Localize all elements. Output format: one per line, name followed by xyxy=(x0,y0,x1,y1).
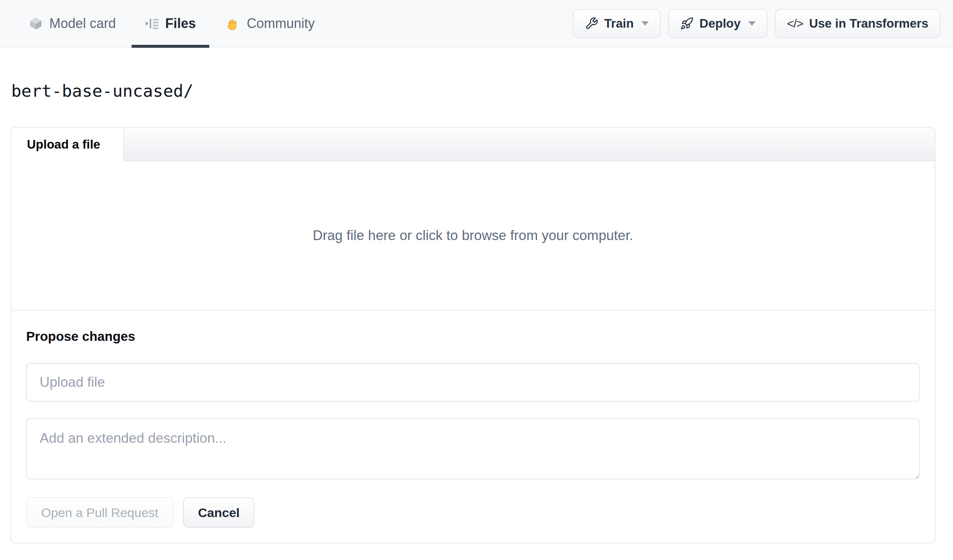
commit-title-input[interactable] xyxy=(26,363,920,402)
repo-header: Model card Files xyxy=(0,0,953,48)
code-icon: </> xyxy=(787,17,803,31)
tab-label: Model card xyxy=(49,15,116,31)
cancel-button[interactable]: Cancel xyxy=(183,497,255,528)
repo-action-buttons: Train Deploy </> Use in Transformers xyxy=(573,0,940,47)
wrench-icon xyxy=(585,17,598,30)
upload-panel: Upload a file Drag file here or click to… xyxy=(11,127,936,544)
extended-description-textarea[interactable] xyxy=(26,418,920,480)
train-button[interactable]: Train xyxy=(573,9,661,38)
tab-files[interactable]: Files xyxy=(132,0,209,47)
tab-community[interactable]: Community xyxy=(211,0,328,47)
tab-label: Upload a file xyxy=(27,138,100,152)
dropzone-hint-text: Drag file here or click to browse from y… xyxy=(313,228,633,243)
propose-changes-title: Propose changes xyxy=(26,328,920,344)
propose-actions-row: Open a Pull Request Cancel xyxy=(26,497,920,528)
button-label: Use in Transformers xyxy=(809,16,928,31)
button-label: Deploy xyxy=(700,16,741,31)
use-in-transformers-button[interactable]: </> Use in Transformers xyxy=(775,9,940,38)
upload-panel-tabstrip: Upload a file xyxy=(11,128,935,161)
active-tab-underline xyxy=(132,45,209,48)
rocket-icon xyxy=(680,17,694,30)
cube-icon xyxy=(28,16,43,31)
repo-path-heading: bert-base-uncased/ xyxy=(11,80,953,102)
dropdown-caret-icon xyxy=(641,21,649,26)
button-label: Train xyxy=(604,16,634,31)
tab-label: Files xyxy=(165,15,196,31)
dropdown-caret-icon xyxy=(748,21,756,26)
versions-icon xyxy=(145,16,159,31)
tab-label: Community xyxy=(247,15,315,31)
tabstrip-filler xyxy=(124,128,935,161)
tab-model-card[interactable]: Model card xyxy=(15,0,129,47)
propose-changes-section: Propose changes Open a Pull Request Canc… xyxy=(11,311,935,543)
waving-hand-icon xyxy=(225,15,241,31)
file-dropzone[interactable]: Drag file here or click to browse from y… xyxy=(11,161,935,311)
tab-upload-a-file[interactable]: Upload a file xyxy=(11,128,124,161)
repo-tab-nav: Model card Files xyxy=(15,0,328,47)
open-pull-request-button[interactable]: Open a Pull Request xyxy=(26,497,174,528)
deploy-button[interactable]: Deploy xyxy=(668,9,768,38)
